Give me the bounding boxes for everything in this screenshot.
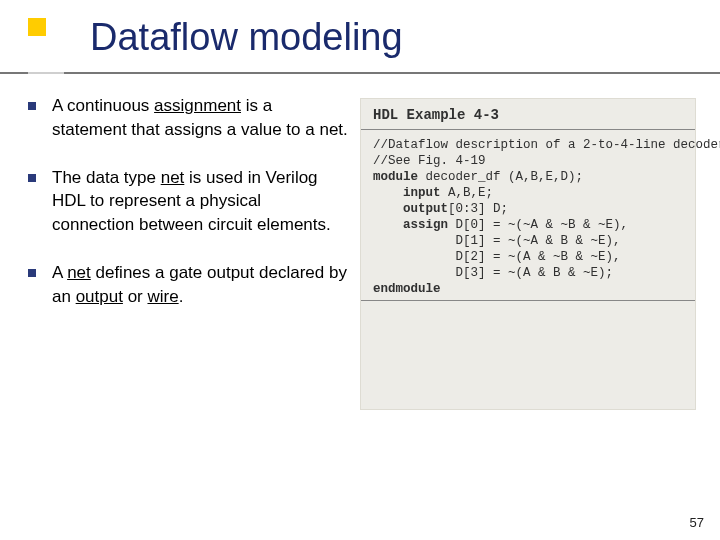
list-item: The data type net is used in Verilog HDL… (28, 166, 348, 237)
code-line: assign D[0] = ~(~A & ~B & ~E), (373, 218, 685, 232)
code-line: input A,B,E; (373, 186, 685, 200)
code-line: D[1] = ~(~A & B & ~E), (373, 234, 685, 248)
code-line: module decoder_df (A,B,E,D); (373, 170, 685, 184)
bullet-icon (28, 269, 36, 277)
list-item: A continuous assignment is a statement t… (28, 94, 348, 142)
code-line: D[3] = ~(A & B & ~E); (373, 266, 685, 280)
accent-square-icon (28, 18, 50, 40)
code-label: HDL Example 4-3 (373, 107, 685, 123)
divider (361, 300, 695, 301)
code-line: //See Fig. 4-19 (373, 154, 685, 168)
bullet-text: A continuous assignment is a statement t… (52, 94, 348, 142)
bullet-list: A continuous assignment is a statement t… (28, 94, 348, 333)
code-line: D[2] = ~(A & ~B & ~E), (373, 250, 685, 264)
bullet-text: A net defines a gate output declared by … (52, 261, 348, 309)
list-item: A net defines a gate output declared by … (28, 261, 348, 309)
code-figure: HDL Example 4-3 //Dataflow description o… (360, 98, 696, 410)
code-line: endmodule (373, 282, 685, 296)
divider (361, 129, 695, 130)
bullet-icon (28, 102, 36, 110)
bullet-text: The data type net is used in Verilog HDL… (52, 166, 348, 237)
title-underline (0, 72, 720, 74)
page-number: 57 (690, 515, 704, 530)
slide-title: Dataflow modeling (90, 16, 403, 59)
code-line: //Dataflow description of a 2-to-4-line … (373, 138, 685, 152)
code-line: output[0:3] D; (373, 202, 685, 216)
bullet-icon (28, 174, 36, 182)
title-underline-dash (28, 72, 64, 74)
